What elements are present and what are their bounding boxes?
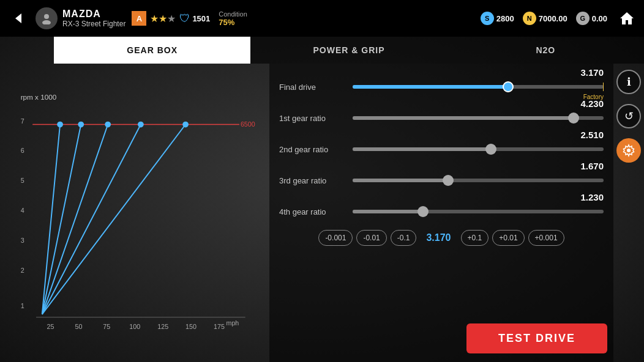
gear1-label: 1st gear ratio (279, 114, 353, 123)
car-info: MAZDA RX-3 Street Fighter (62, 9, 125, 28)
settings-button[interactable] (616, 138, 641, 163)
svg-point-2 (42, 20, 51, 24)
dec-0001-button[interactable]: -0.001 (318, 230, 353, 246)
condition-value: 75% (219, 18, 234, 27)
grade-badge: A (132, 11, 146, 26)
gear3-label: 3rd gear ratio (279, 176, 353, 185)
star-1: ★ (150, 13, 159, 24)
svg-text:175: 175 (214, 323, 225, 330)
svg-point-22 (182, 122, 189, 128)
svg-text:7: 7 (21, 117, 24, 125)
car-name: MAZDA (62, 9, 125, 20)
gear-chart: rpm x 1000 7 6 5 4 3 2 1 6500 (12, 70, 263, 356)
currency-n-value: 7000.00 (539, 14, 567, 23)
dec-01-button[interactable]: -0.1 (391, 230, 417, 246)
inc-01-button[interactable]: +0.1 (461, 230, 489, 246)
trophy-icon: 🛡 (179, 12, 190, 25)
svg-text:4: 4 (21, 207, 24, 214)
svg-text:25: 25 (47, 323, 54, 330)
currency-s: S 2800 (481, 12, 514, 25)
gear3-slider[interactable] (353, 174, 604, 187)
currency-n-icon: N (523, 12, 536, 25)
svg-point-19 (78, 122, 84, 128)
svg-text:2: 2 (21, 267, 24, 274)
tab-bar: GEAR BOX POWER & GRIP N2O (54, 37, 644, 64)
svg-text:125: 125 (157, 323, 168, 330)
final-drive-row: Final drive Factory (279, 78, 604, 96)
currency-s-value: 2800 (496, 14, 514, 23)
gear3-row: 3rd gear ratio (279, 171, 604, 190)
gear3-value: 1.670 (580, 161, 604, 171)
gear4-label: 4th gear ratio (279, 207, 353, 216)
svg-text:6: 6 (21, 147, 24, 154)
factory-label: Factory (583, 94, 604, 100)
svg-point-1 (44, 14, 49, 19)
svg-line-17 (42, 125, 185, 314)
star-3: ★ (167, 13, 176, 24)
chart-panel: rpm x 1000 7 6 5 4 3 2 1 6500 (0, 64, 269, 362)
currency-group: S 2800 N 7000.00 G 0.00 (481, 12, 607, 25)
trophy-area: 🛡 1501 (179, 12, 210, 25)
svg-text:150: 150 (185, 323, 197, 330)
gear2-label: 2nd gear ratio (279, 145, 353, 154)
currency-g-icon: G (576, 12, 590, 25)
side-actions: ℹ ↺ (613, 64, 644, 163)
svg-text:100: 100 (129, 323, 140, 330)
tab-n2o[interactable]: N2O (447, 37, 644, 64)
chart-area: rpm x 1000 7 6 5 4 3 2 1 6500 (12, 70, 263, 356)
home-button[interactable] (616, 7, 638, 29)
svg-text:6500: 6500 (241, 120, 255, 128)
condition-area: Condition 75% (219, 10, 247, 27)
svg-point-32 (627, 149, 631, 152)
back-button[interactable] (6, 6, 31, 31)
info-button[interactable]: ℹ (616, 70, 641, 94)
condition-label: Condition (219, 10, 247, 18)
gear2-value: 2.510 (580, 130, 604, 140)
svg-text:mph: mph (226, 319, 239, 327)
test-drive-button[interactable]: TEST DRIVE (466, 323, 607, 353)
svg-point-21 (138, 122, 144, 128)
currency-g: G 0.00 (576, 12, 607, 25)
star-rating: ★ ★ ★ (150, 13, 176, 24)
inc-0001-button[interactable]: +0.001 (528, 230, 564, 246)
final-drive-label: Final drive (279, 83, 353, 92)
svg-point-20 (105, 122, 111, 128)
svg-text:3: 3 (21, 237, 24, 244)
increment-buttons-row: -0.001 -0.01 -0.1 3.170 +0.1 +0.01 +0.00… (279, 226, 604, 250)
currency-g-value: 0.00 (592, 14, 607, 23)
currency-s-icon: S (481, 12, 494, 25)
dec-001-button[interactable]: -0.01 (356, 230, 386, 246)
svg-text:5: 5 (21, 177, 24, 184)
gear4-row: 4th gear ratio (279, 202, 604, 221)
gear1-slider[interactable] (353, 111, 604, 125)
gear1-row: 1st gear ratio (279, 109, 604, 127)
y-axis-label: rpm x 1000 (21, 93, 57, 101)
svg-text:75: 75 (103, 323, 110, 330)
gear2-slider[interactable] (353, 142, 604, 156)
final-drive-value: 3.170 (580, 67, 604, 78)
avatar[interactable] (36, 7, 58, 29)
gear4-value: 1.230 (580, 192, 604, 202)
tab-gearbox[interactable]: GEAR BOX (54, 37, 250, 64)
svg-marker-3 (620, 12, 634, 24)
reset-button[interactable]: ↺ (616, 104, 641, 128)
svg-text:50: 50 (75, 323, 83, 330)
svg-point-18 (57, 122, 63, 128)
gear2-row: 2nd gear ratio (279, 140, 604, 158)
tab-power-grip[interactable]: POWER & GRIP (250, 37, 447, 64)
svg-marker-0 (15, 13, 21, 23)
header-bar: MAZDA RX-3 Street Fighter A ★ ★ ★ 🛡 1501… (0, 0, 644, 37)
inc-001-button[interactable]: +0.01 (492, 230, 524, 246)
svg-text:1: 1 (21, 302, 24, 309)
gear-controls-panel: 3.170 Final drive Factory 4.230 1st gear… (269, 64, 613, 362)
current-value-display: 3.170 (420, 229, 457, 246)
star-2: ★ (159, 13, 167, 24)
currency-n: N 7000.00 (523, 12, 567, 25)
car-subtitle: RX-3 Street Fighter (62, 20, 125, 28)
final-drive-slider[interactable]: Factory (353, 80, 604, 94)
trophy-count: 1501 (192, 14, 210, 23)
gear4-slider[interactable] (353, 205, 604, 218)
